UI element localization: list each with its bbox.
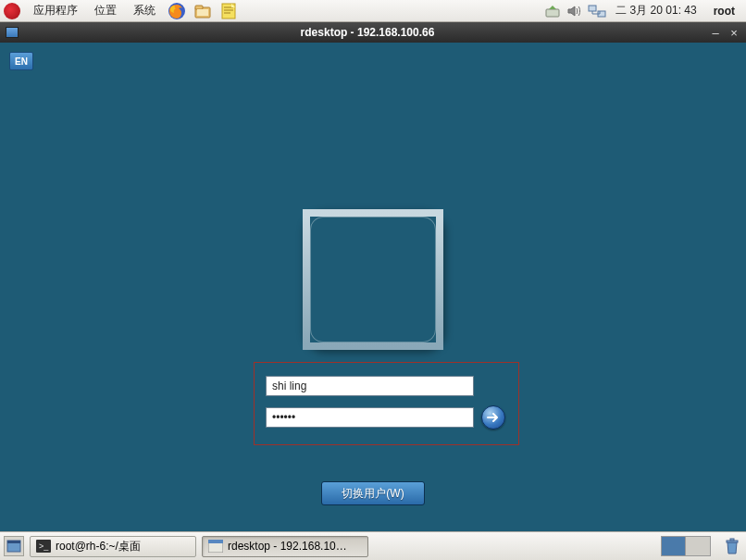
trash-icon[interactable] xyxy=(722,536,742,556)
terminal-icon: >_ xyxy=(36,540,51,553)
top-panel: 应用程序 位置 系统 二 3月 20 01: 43 root xyxy=(0,0,746,22)
clock[interactable]: 二 3月 20 01: 43 xyxy=(610,3,702,19)
svg-text:>_: >_ xyxy=(39,541,49,551)
firefox-icon[interactable] xyxy=(167,1,187,21)
switch-user-button[interactable]: 切换用户(W) xyxy=(321,481,425,505)
svg-rect-18 xyxy=(730,539,734,541)
login-form xyxy=(254,362,519,445)
window-title: rdesktop - 192.168.100.66 xyxy=(26,26,709,39)
svg-rect-8 xyxy=(546,9,559,17)
menu-system[interactable]: 系统 xyxy=(126,1,163,20)
svg-rect-12 xyxy=(7,541,20,543)
close-button[interactable]: × xyxy=(727,26,740,39)
volume-icon[interactable] xyxy=(566,3,584,19)
menu-places[interactable]: 位置 xyxy=(87,1,124,20)
user-avatar-frame xyxy=(303,209,443,350)
window-icon xyxy=(208,540,223,553)
window-titlebar[interactable]: rdesktop - 192.168.100.66 – × xyxy=(0,22,746,43)
svg-rect-16 xyxy=(208,540,223,543)
window-icon xyxy=(6,27,19,38)
taskbar-item-rdesktop[interactable]: rdesktop - 192.168.10… xyxy=(202,536,368,557)
file-manager-icon[interactable] xyxy=(193,1,213,21)
show-desktop-button[interactable] xyxy=(4,536,24,556)
taskbar-item-terminal[interactable]: >_ root@rh-6:~/桌面 xyxy=(30,536,196,557)
panel-menus: 应用程序 位置 系统 xyxy=(4,1,241,21)
task-label: rdesktop - 192.168.10… xyxy=(228,540,347,553)
workspace-2[interactable] xyxy=(686,537,710,555)
task-label: root@rh-6:~/桌面 xyxy=(56,539,141,554)
workspace-1[interactable] xyxy=(662,537,686,555)
arrow-right-icon xyxy=(487,412,500,423)
language-indicator[interactable]: EN xyxy=(9,52,33,70)
svg-rect-9 xyxy=(589,6,596,11)
distro-icon[interactable] xyxy=(4,3,20,19)
username-input[interactable] xyxy=(266,376,474,396)
menu-applications[interactable]: 应用程序 xyxy=(26,1,85,20)
svg-rect-2 xyxy=(195,6,203,9)
user-menu[interactable]: root xyxy=(706,5,742,18)
bottom-panel: >_ root@rh-6:~/桌面 rdesktop - 192.168.10… xyxy=(0,531,746,560)
submit-button[interactable] xyxy=(481,405,505,429)
notes-icon[interactable] xyxy=(218,1,239,21)
window-controls: – × xyxy=(709,26,740,39)
remote-desktop-area: EN 切换用户(W) xyxy=(0,43,746,531)
update-icon[interactable] xyxy=(543,3,562,19)
network-icon[interactable] xyxy=(588,3,606,19)
password-input[interactable] xyxy=(266,407,474,428)
svg-rect-3 xyxy=(197,9,208,16)
panel-tray: 二 3月 20 01: 43 root xyxy=(543,3,742,19)
minimize-button[interactable]: – xyxy=(709,26,722,39)
workspace-switcher[interactable] xyxy=(661,536,711,556)
